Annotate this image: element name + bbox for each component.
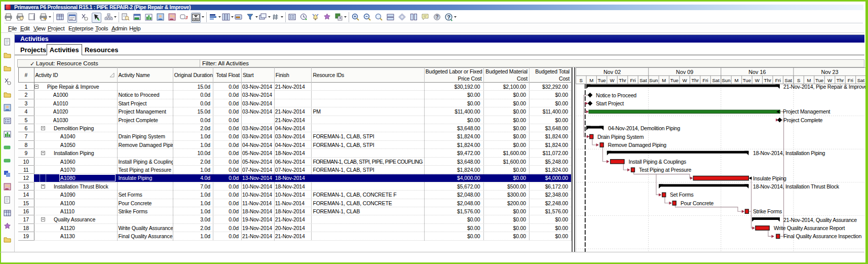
svg-text:Sat: Sat: [784, 78, 792, 83]
svg-text:W: W: [683, 78, 688, 83]
svg-text:Drain Piping System: Drain Piping System: [597, 134, 644, 140]
svg-text:21-Nov-2014, Quality Assurance: 21-Nov-2014, Quality Assurance: [783, 217, 857, 223]
svg-text:?: ?: [435, 14, 438, 20]
svg-text:Strike Forms: Strike Forms: [753, 208, 782, 214]
svg-text:W: W: [610, 78, 615, 83]
svg-text:Thr: Thr: [837, 78, 844, 83]
svg-text:Final Quality Assurance Inspec: Final Quality Assurance Inspection: [783, 233, 861, 239]
svg-text:Pour Concrete: Pour Concrete: [681, 200, 713, 206]
svg-text:Fri: Fri: [775, 78, 781, 83]
svg-text:Tue: Tue: [598, 78, 606, 83]
svg-text:Set Forms: Set Forms: [670, 192, 694, 198]
svg-text:Write Quality Assurance Report: Write Quality Assurance Report: [774, 225, 845, 231]
svg-text:Sun: Sun: [649, 78, 658, 83]
svg-text:Thr: Thr: [619, 78, 626, 83]
svg-text:Tue: Tue: [743, 78, 751, 83]
svg-text:W: W: [827, 78, 833, 83]
svg-text:Install Piping & Couplings: Install Piping & Couplings: [629, 159, 687, 165]
svg-text:Fri: Fri: [848, 78, 853, 83]
svg-text:Fri: Fri: [630, 78, 635, 83]
svg-text:21-Nov-2014, Pipe Repair & Imp: 21-Nov-2014, Pipe Repair & Improve: [783, 84, 865, 90]
svg-text:18-Nov-2014, Installation Thru: 18-Nov-2014, Installation Thrust Block: [753, 183, 840, 190]
svg-text:M: M: [662, 78, 666, 83]
svg-text:Remove Damaged Piping: Remove Damaged Piping: [608, 142, 667, 148]
svg-text:Sat: Sat: [857, 78, 865, 83]
svg-text:Thr: Thr: [764, 78, 772, 83]
svg-text:S: S: [797, 78, 800, 83]
svg-text:18-Nov-2014, Installation Pipi: 18-Nov-2014, Installation Piping: [753, 150, 825, 156]
svg-text:M: M: [807, 78, 811, 83]
svg-text:Tue: Tue: [815, 78, 823, 83]
svg-text:M: M: [589, 78, 593, 83]
svg-text:Project Complete: Project Complete: [783, 117, 823, 123]
svg-text:W: W: [755, 78, 760, 83]
svg-text:Nov 23: Nov 23: [821, 69, 838, 75]
svg-text:S: S: [579, 78, 582, 83]
svg-text:Notice to Proceed: Notice to Proceed: [596, 92, 636, 98]
svg-text:M: M: [735, 78, 739, 83]
svg-text:Insulate Piping: Insulate Piping: [753, 175, 786, 181]
svg-text:Sat: Sat: [712, 78, 720, 83]
svg-text:?: ?: [447, 14, 450, 20]
svg-text:Sun: Sun: [722, 78, 730, 83]
svg-text:Project Management: Project Management: [783, 108, 831, 115]
svg-text:Nov 09: Nov 09: [676, 69, 693, 75]
svg-text:Thr: Thr: [692, 78, 699, 83]
svg-text:Start Project: Start Project: [596, 100, 624, 106]
svg-text:Nov 16: Nov 16: [748, 69, 766, 75]
svg-text:Nov 02: Nov 02: [603, 69, 621, 75]
svg-text:Tue: Tue: [670, 78, 678, 83]
svg-text:Sat: Sat: [639, 78, 647, 83]
svg-text:Test Piping at Pressure: Test Piping at Pressure: [639, 167, 692, 173]
svg-text:04-Nov-2014, Demolition Piping: 04-Nov-2014, Demolition Piping: [608, 125, 680, 131]
svg-text:Fri: Fri: [703, 78, 708, 83]
